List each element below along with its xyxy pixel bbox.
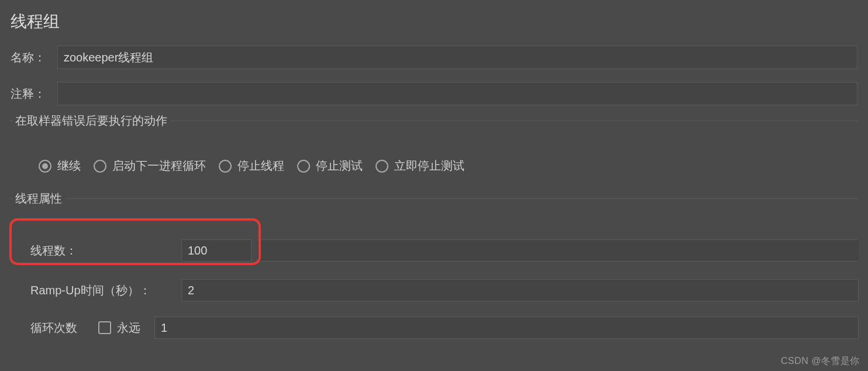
radio-icon	[376, 160, 388, 173]
radio-continue[interactable]: 继续	[39, 158, 81, 174]
radio-label: 停止测试	[316, 158, 363, 174]
name-input[interactable]	[57, 46, 857, 69]
error-action-legend: 在取样器错误后要执行的动作	[13, 113, 171, 129]
forever-checkbox[interactable]	[98, 321, 111, 334]
threads-label: 线程数：	[23, 243, 181, 259]
radio-icon	[219, 160, 232, 173]
loops-row: 循环次数 永远	[23, 317, 859, 339]
rampup-input[interactable]	[181, 279, 859, 301]
error-action-radios: 继续 启动下一进程循环 停止线程 停止测试 立即停止测试	[9, 137, 859, 195]
name-row: 名称：	[0, 46, 868, 69]
forever-label: 永远	[117, 320, 140, 336]
radio-label: 启动下一进程循环	[112, 158, 206, 174]
radio-icon	[94, 160, 106, 173]
threads-input[interactable]	[181, 239, 252, 262]
radio-stop-test[interactable]: 停止测试	[297, 158, 363, 174]
radio-stop-thread[interactable]: 停止线程	[219, 158, 284, 174]
loops-label: 循环次数	[23, 320, 98, 336]
radio-label: 继续	[57, 158, 81, 174]
thread-props-fieldset: 线程属性 线程数： Ramp-Up时间（秒）： 循环次数 永远	[9, 198, 859, 339]
loops-input[interactable]	[154, 317, 859, 339]
radio-start-next-loop[interactable]: 启动下一进程循环	[94, 158, 206, 174]
radio-icon	[39, 160, 51, 173]
radio-stop-test-now[interactable]: 立即停止测试	[376, 158, 464, 174]
error-action-fieldset: 在取样器错误后要执行的动作 继续 启动下一进程循环 停止线程 停止测试 立即停止…	[9, 121, 859, 195]
comment-label: 注释：	[11, 86, 57, 102]
rampup-label: Ramp-Up时间（秒）：	[23, 283, 181, 298]
name-label: 名称：	[11, 50, 57, 66]
comment-row: 注释：	[0, 82, 868, 105]
radio-icon	[297, 160, 310, 173]
threads-row: 线程数：	[23, 239, 859, 262]
comment-input[interactable]	[57, 82, 857, 105]
watermark: CSDN @冬雪是你	[781, 355, 860, 367]
radio-label: 停止线程	[237, 158, 284, 174]
radio-label: 立即停止测试	[394, 158, 464, 174]
rampup-row: Ramp-Up时间（秒）：	[23, 279, 859, 301]
thread-props-legend: 线程属性	[13, 191, 66, 207]
panel-title: 线程组	[0, 0, 868, 33]
